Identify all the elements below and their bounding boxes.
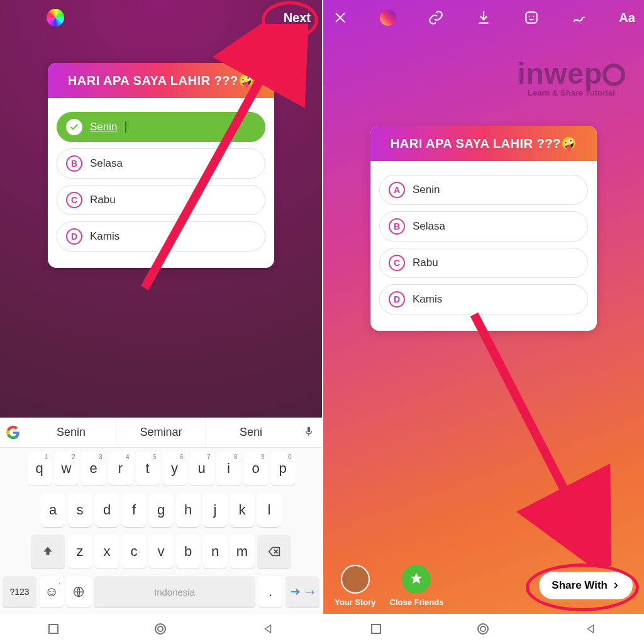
space-key[interactable]: Indonesia (94, 576, 255, 608)
period-key[interactable]: . (258, 576, 282, 608)
recent-apps-icon[interactable] (371, 624, 381, 634)
next-button[interactable]: Next (281, 7, 313, 29)
suggestion[interactable]: Seminar (116, 421, 206, 444)
back-icon[interactable] (585, 623, 596, 635)
watermark: inwep Learn & Share Tutorial (518, 57, 625, 97)
key-c[interactable]: c (122, 535, 146, 569)
suggestion[interactable]: Seni (206, 421, 296, 444)
quiz-title-text: HARI APA SAYA LAHIR ??? (391, 136, 561, 150)
quiz-option-label: Rabu (413, 257, 438, 269)
share-your-story[interactable]: Your Story (335, 565, 376, 607)
quiz-option-label: Rabu (90, 194, 116, 206)
key-row-4: ?123 ☺, Indonesia . → (0, 572, 322, 614)
share-bar: Your Story Close Friends Share With (323, 557, 644, 614)
share-with-button[interactable]: Share With (539, 572, 633, 599)
quiz-option-d[interactable]: D Kamis (57, 221, 265, 252)
key-g[interactable]: g (149, 493, 173, 527)
key-x[interactable]: x (95, 535, 119, 569)
mic-icon[interactable] (296, 426, 322, 440)
link-icon[interactable] (426, 8, 445, 27)
quiz-title: HARI APA SAYA LAHIR ???🤪 (370, 126, 597, 161)
home-icon[interactable] (477, 623, 489, 635)
option-letter: C (389, 255, 405, 271)
key-m[interactable]: m (230, 535, 254, 569)
enter-key[interactable]: → (286, 576, 319, 608)
home-icon[interactable] (155, 623, 166, 635)
sticker-icon[interactable] (522, 8, 541, 27)
key-w[interactable]: w2 (55, 452, 79, 486)
text-tool-icon[interactable]: Aa (618, 8, 636, 27)
quiz-option-label: Kamis (90, 230, 119, 243)
option-letter: B (66, 155, 82, 172)
key-n[interactable]: n (203, 535, 227, 569)
shift-key[interactable] (31, 535, 65, 569)
quiz-option-label: Senin (90, 121, 117, 133)
svg-point-3 (529, 16, 530, 17)
back-icon[interactable] (262, 623, 274, 635)
svg-point-4 (533, 16, 534, 17)
quiz-card[interactable]: HARI APA SAYA LAHIR ???🤪 A Senin B Selas… (370, 126, 597, 331)
key-d[interactable]: d (95, 493, 119, 527)
key-l[interactable]: l (257, 493, 281, 527)
color-picker-icon[interactable] (47, 9, 64, 26)
symbols-key[interactable]: ?123 (3, 576, 36, 608)
key-k[interactable]: k (230, 493, 254, 527)
recent-apps-icon[interactable] (48, 624, 58, 634)
quiz-options: A Senin B Selasa C Rabu D Kamis (370, 161, 597, 331)
editor-topbar: Next (0, 0, 322, 35)
quiz-title-text: HARI APA SAYA LAHIR ??? (68, 74, 238, 87)
key-row-2: asdfghjkl (0, 489, 322, 531)
backspace-key[interactable] (257, 535, 291, 569)
language-key[interactable] (67, 576, 91, 608)
key-e[interactable]: e3 (82, 452, 106, 486)
chevron-right-icon (611, 581, 620, 590)
android-nav-bar (0, 614, 322, 644)
key-f[interactable]: f (122, 493, 146, 527)
download-icon[interactable] (474, 8, 493, 27)
watermark-tagline: Learn & Share Tutorial (518, 88, 625, 97)
key-s[interactable]: s (68, 493, 92, 527)
key-b[interactable]: b (176, 535, 200, 569)
key-h[interactable]: h (176, 493, 200, 527)
key-u[interactable]: u7 (190, 452, 214, 486)
key-y[interactable]: y6 (163, 452, 187, 486)
text-cursor (125, 121, 126, 133)
quiz-option-a[interactable]: Senin (57, 112, 265, 142)
key-q[interactable]: q1 (28, 452, 52, 486)
android-nav-bar (323, 614, 644, 644)
share-close-friends[interactable]: Close Friends (390, 565, 444, 607)
key-z[interactable]: z (68, 535, 92, 569)
quiz-option-c[interactable]: C Rabu (57, 185, 265, 215)
option-letter: D (66, 228, 82, 245)
quiz-card[interactable]: HARI APA SAYA LAHIR ???🤪 Senin B Selasa … (48, 63, 274, 268)
quiz-option-label: Selasa (90, 157, 123, 170)
key-t[interactable]: t5 (136, 452, 160, 486)
quiz-emoji: 🤪 (238, 74, 255, 87)
draw-icon[interactable] (570, 8, 589, 27)
google-icon[interactable] (0, 426, 26, 440)
quiz-option-c[interactable]: C Rabu (379, 248, 588, 278)
key-v[interactable]: v (149, 535, 173, 569)
screenshot-left: Next HARI APA SAYA LAHIR ???🤪 Senin B Se… (0, 0, 322, 644)
quiz-option-b[interactable]: B Selasa (379, 211, 588, 242)
key-a[interactable]: a (41, 493, 65, 527)
quiz-options: Senin B Selasa C Rabu D Kamis (48, 98, 274, 268)
key-p[interactable]: p0 (271, 452, 295, 486)
quiz-option-b[interactable]: B Selasa (57, 148, 265, 179)
quiz-option-label: Senin (413, 184, 440, 196)
quiz-option-d[interactable]: D Kamis (379, 284, 588, 314)
emoji-key[interactable]: ☺, (40, 576, 64, 608)
share-label: Close Friends (390, 597, 444, 607)
key-o[interactable]: o9 (244, 452, 268, 486)
keyboard[interactable]: Senin Seminar Seni q1w2e3r4t5y6u7i8o9p0 … (0, 418, 322, 614)
suggestion-row: Senin Seminar Seni (0, 418, 322, 448)
suggestion[interactable]: Senin (26, 421, 116, 444)
watermark-brand: inwep (518, 57, 625, 91)
key-i[interactable]: i8 (217, 452, 241, 486)
quiz-option-a[interactable]: A Senin (379, 175, 588, 205)
quiz-option-label: Kamis (413, 293, 442, 306)
key-r[interactable]: r4 (109, 452, 133, 486)
close-icon[interactable] (331, 8, 350, 27)
filter-icon[interactable] (379, 8, 397, 27)
key-j[interactable]: j (203, 493, 227, 527)
